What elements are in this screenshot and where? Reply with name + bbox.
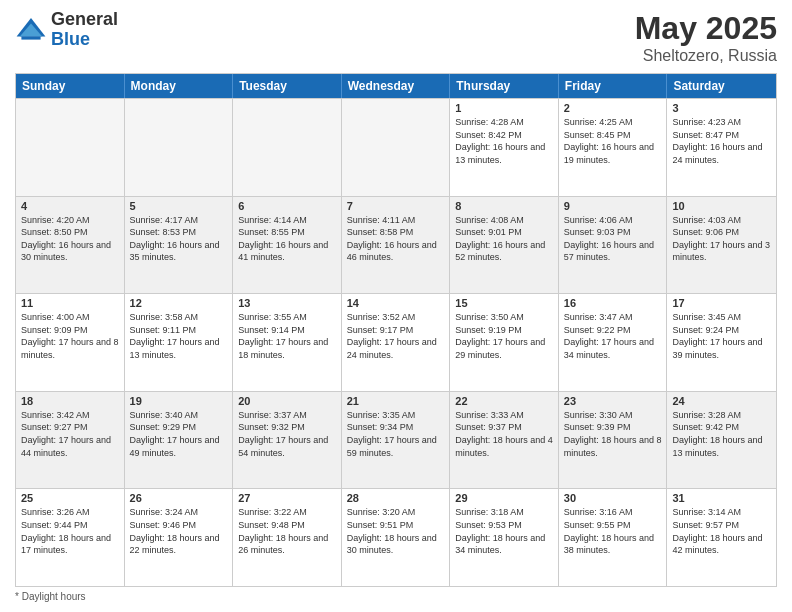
cell-3-0: 18 Sunrise: 3:42 AMSunset: 9:27 PMDaylig… [16,392,125,489]
day-number: 12 [130,297,228,309]
week-row-3: 18 Sunrise: 3:42 AMSunset: 9:27 PMDaylig… [16,391,776,489]
cell-3-3: 21 Sunrise: 3:35 AMSunset: 9:34 PMDaylig… [342,392,451,489]
cell-info: Sunrise: 3:45 AMSunset: 9:24 PMDaylight:… [672,311,771,361]
cell-3-1: 19 Sunrise: 3:40 AMSunset: 9:29 PMDaylig… [125,392,234,489]
cell-3-2: 20 Sunrise: 3:37 AMSunset: 9:32 PMDaylig… [233,392,342,489]
week-row-0: 1 Sunrise: 4:28 AMSunset: 8:42 PMDayligh… [16,98,776,196]
cell-4-3: 28 Sunrise: 3:20 AMSunset: 9:51 PMDaylig… [342,489,451,586]
cell-1-0: 4 Sunrise: 4:20 AMSunset: 8:50 PMDayligh… [16,197,125,294]
cell-info: Sunrise: 3:24 AMSunset: 9:46 PMDaylight:… [130,506,228,556]
cell-4-2: 27 Sunrise: 3:22 AMSunset: 9:48 PMDaylig… [233,489,342,586]
cell-1-3: 7 Sunrise: 4:11 AMSunset: 8:58 PMDayligh… [342,197,451,294]
logo-blue: Blue [51,30,118,50]
day-number: 3 [672,102,771,114]
day-number: 22 [455,395,553,407]
day-number: 5 [130,200,228,212]
cell-2-4: 15 Sunrise: 3:50 AMSunset: 9:19 PMDaylig… [450,294,559,391]
day-number: 15 [455,297,553,309]
day-number: 20 [238,395,336,407]
cell-1-1: 5 Sunrise: 4:17 AMSunset: 8:53 PMDayligh… [125,197,234,294]
header-sunday: Sunday [16,74,125,98]
cell-3-6: 24 Sunrise: 3:28 AMSunset: 9:42 PMDaylig… [667,392,776,489]
cell-3-5: 23 Sunrise: 3:30 AMSunset: 9:39 PMDaylig… [559,392,668,489]
cell-0-3 [342,99,451,196]
cell-0-1 [125,99,234,196]
day-number: 31 [672,492,771,504]
cell-info: Sunrise: 4:11 AMSunset: 8:58 PMDaylight:… [347,214,445,264]
cell-0-5: 2 Sunrise: 4:25 AMSunset: 8:45 PMDayligh… [559,99,668,196]
day-number: 2 [564,102,662,114]
header-saturday: Saturday [667,74,776,98]
header-tuesday: Tuesday [233,74,342,98]
cell-0-6: 3 Sunrise: 4:23 AMSunset: 8:47 PMDayligh… [667,99,776,196]
page: General Blue May 2025 Sheltozero, Russia… [0,0,792,612]
logo-general: General [51,10,118,30]
day-number: 18 [21,395,119,407]
cell-info: Sunrise: 3:20 AMSunset: 9:51 PMDaylight:… [347,506,445,556]
cell-info: Sunrise: 4:00 AMSunset: 9:09 PMDaylight:… [21,311,119,361]
cell-info: Sunrise: 3:42 AMSunset: 9:27 PMDaylight:… [21,409,119,459]
cell-info: Sunrise: 3:33 AMSunset: 9:37 PMDaylight:… [455,409,553,459]
day-number: 13 [238,297,336,309]
cell-1-5: 9 Sunrise: 4:06 AMSunset: 9:03 PMDayligh… [559,197,668,294]
day-number: 9 [564,200,662,212]
header: General Blue May 2025 Sheltozero, Russia [15,10,777,65]
cell-4-0: 25 Sunrise: 3:26 AMSunset: 9:44 PMDaylig… [16,489,125,586]
cell-info: Sunrise: 4:17 AMSunset: 8:53 PMDaylight:… [130,214,228,264]
day-number: 30 [564,492,662,504]
cell-1-4: 8 Sunrise: 4:08 AMSunset: 9:01 PMDayligh… [450,197,559,294]
cell-info: Sunrise: 3:26 AMSunset: 9:44 PMDaylight:… [21,506,119,556]
footer-note: * Daylight hours [15,591,777,602]
cell-info: Sunrise: 3:30 AMSunset: 9:39 PMDaylight:… [564,409,662,459]
cell-2-1: 12 Sunrise: 3:58 AMSunset: 9:11 PMDaylig… [125,294,234,391]
cell-2-3: 14 Sunrise: 3:52 AMSunset: 9:17 PMDaylig… [342,294,451,391]
day-number: 4 [21,200,119,212]
cell-info: Sunrise: 4:25 AMSunset: 8:45 PMDaylight:… [564,116,662,166]
cell-4-4: 29 Sunrise: 3:18 AMSunset: 9:53 PMDaylig… [450,489,559,586]
day-number: 21 [347,395,445,407]
logo: General Blue [15,10,118,50]
cell-2-6: 17 Sunrise: 3:45 AMSunset: 9:24 PMDaylig… [667,294,776,391]
cell-info: Sunrise: 3:28 AMSunset: 9:42 PMDaylight:… [672,409,771,459]
cell-info: Sunrise: 3:35 AMSunset: 9:34 PMDaylight:… [347,409,445,459]
cell-info: Sunrise: 3:37 AMSunset: 9:32 PMDaylight:… [238,409,336,459]
day-number: 10 [672,200,771,212]
cell-4-1: 26 Sunrise: 3:24 AMSunset: 9:46 PMDaylig… [125,489,234,586]
logo-text: General Blue [51,10,118,50]
day-number: 25 [21,492,119,504]
day-number: 26 [130,492,228,504]
footer-text: Daylight hours [22,591,86,602]
cell-info: Sunrise: 4:08 AMSunset: 9:01 PMDaylight:… [455,214,553,264]
day-number: 16 [564,297,662,309]
cell-4-5: 30 Sunrise: 3:16 AMSunset: 9:55 PMDaylig… [559,489,668,586]
day-number: 8 [455,200,553,212]
cell-info: Sunrise: 4:28 AMSunset: 8:42 PMDaylight:… [455,116,553,166]
day-number: 7 [347,200,445,212]
day-number: 24 [672,395,771,407]
week-row-2: 11 Sunrise: 4:00 AMSunset: 9:09 PMDaylig… [16,293,776,391]
month-title: May 2025 [635,10,777,47]
cell-info: Sunrise: 4:06 AMSunset: 9:03 PMDaylight:… [564,214,662,264]
cell-info: Sunrise: 3:58 AMSunset: 9:11 PMDaylight:… [130,311,228,361]
cell-info: Sunrise: 4:23 AMSunset: 8:47 PMDaylight:… [672,116,771,166]
day-number: 19 [130,395,228,407]
logo-icon [15,14,47,46]
cell-info: Sunrise: 3:47 AMSunset: 9:22 PMDaylight:… [564,311,662,361]
cell-2-0: 11 Sunrise: 4:00 AMSunset: 9:09 PMDaylig… [16,294,125,391]
day-number: 17 [672,297,771,309]
cell-info: Sunrise: 3:18 AMSunset: 9:53 PMDaylight:… [455,506,553,556]
cell-0-4: 1 Sunrise: 4:28 AMSunset: 8:42 PMDayligh… [450,99,559,196]
header-wednesday: Wednesday [342,74,451,98]
cell-info: Sunrise: 3:14 AMSunset: 9:57 PMDaylight:… [672,506,771,556]
cell-info: Sunrise: 3:40 AMSunset: 9:29 PMDaylight:… [130,409,228,459]
cell-info: Sunrise: 3:55 AMSunset: 9:14 PMDaylight:… [238,311,336,361]
cell-3-4: 22 Sunrise: 3:33 AMSunset: 9:37 PMDaylig… [450,392,559,489]
header-friday: Friday [559,74,668,98]
day-number: 1 [455,102,553,114]
title-block: May 2025 Sheltozero, Russia [635,10,777,65]
day-number: 23 [564,395,662,407]
day-number: 27 [238,492,336,504]
day-number: 14 [347,297,445,309]
cell-info: Sunrise: 3:52 AMSunset: 9:17 PMDaylight:… [347,311,445,361]
day-number: 6 [238,200,336,212]
